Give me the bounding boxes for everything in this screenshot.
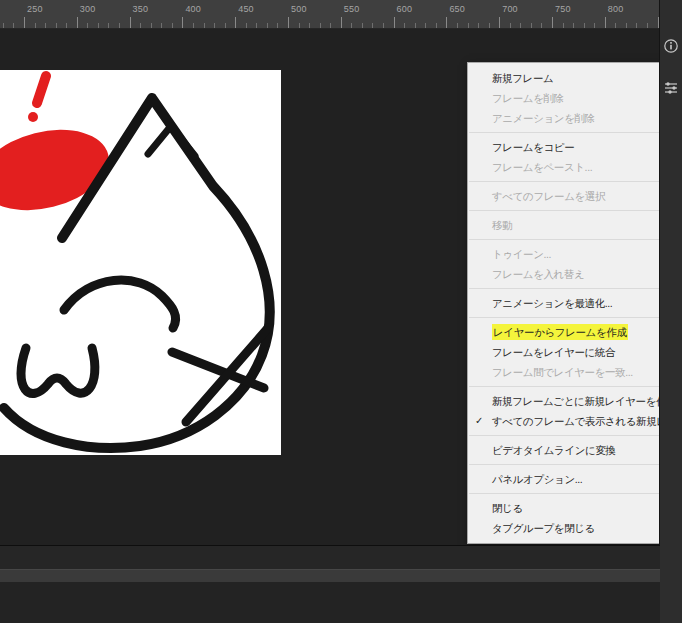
ruler-tick-minor	[383, 23, 384, 28]
ruler-tick-minor	[161, 23, 162, 28]
menu-item: トゥイーン...	[468, 244, 662, 264]
ruler-tick-minor	[299, 23, 300, 28]
ruler-tick-major	[182, 17, 183, 28]
ruler-tick-minor	[351, 23, 352, 28]
ruler-tick-minor	[478, 23, 479, 28]
menu-separator	[469, 181, 661, 182]
menu-item[interactable]: フレームをレイヤーに統合	[468, 342, 662, 362]
ruler-tick-minor	[193, 23, 194, 28]
menu-item[interactable]: 新規フレーム	[468, 68, 662, 88]
timeline-context-menu: 新規フレームフレームを削除アニメーションを削除フレームをコピーフレームをペースト…	[467, 62, 663, 544]
ruler-tick-minor	[594, 23, 595, 28]
menu-separator	[469, 317, 661, 318]
ruler-tick-minor	[563, 23, 564, 28]
menu-item-label: フレーム間でレイヤーを一致...	[492, 366, 633, 378]
document-canvas[interactable]	[0, 70, 281, 455]
photoshop-workspace: 2503003504004505005506006507007508008 新規…	[0, 0, 682, 623]
menu-item: フレームを削除	[468, 88, 662, 108]
menu-separator	[469, 464, 661, 465]
ruler-tick-minor	[510, 23, 511, 28]
menu-item[interactable]: レイヤーからフレームを作成	[468, 322, 662, 342]
ruler-tick-minor	[362, 23, 363, 28]
timeline-scrollbar[interactable]	[0, 569, 660, 583]
ruler-label: 600	[397, 4, 413, 14]
ruler-tick-minor	[636, 23, 637, 28]
ruler-tick-minor	[372, 23, 373, 28]
menu-item[interactable]: タブグループを閉じる	[468, 518, 662, 538]
ruler-tick-minor	[531, 23, 532, 28]
ruler-tick-major	[341, 17, 342, 28]
menu-item[interactable]: フレームをコピー	[468, 137, 662, 157]
menu-item: フレームを入れ替え	[468, 264, 662, 284]
ruler-tick-minor	[56, 23, 57, 28]
ruler-tick-minor	[584, 23, 585, 28]
ruler-tick-major	[394, 17, 395, 28]
ruler-tick-minor	[541, 23, 542, 28]
menu-item: 移動	[468, 215, 662, 235]
menu-item-label: アニメーションを最適化...	[492, 297, 612, 309]
ruler-label: 550	[344, 4, 360, 14]
menu-separator	[469, 132, 661, 133]
menu-item-label: レイヤーからフレームを作成	[492, 324, 628, 340]
ruler-tick-minor	[13, 23, 14, 28]
menu-item-label: ビデオタイムラインに変換	[492, 444, 616, 456]
ruler-label: 650	[449, 4, 465, 14]
ruler-tick-minor	[246, 23, 247, 28]
timeline-panel	[0, 545, 660, 623]
menu-item[interactable]: ✓すべてのフレームで表示される新規レイヤー	[468, 411, 662, 431]
ruler-tick-minor	[277, 23, 278, 28]
ruler-tick-minor	[415, 23, 416, 28]
ruler-tick-minor	[45, 23, 46, 28]
menu-item-label: フレームを入れ替え	[492, 268, 584, 280]
ruler-tick-minor	[615, 23, 616, 28]
ruler-tick-major	[130, 17, 131, 28]
ruler-tick-minor	[98, 23, 99, 28]
menu-item[interactable]: 閉じる	[468, 498, 662, 518]
checkmark-icon: ✓	[475, 411, 483, 431]
menu-item[interactable]: アニメーションを最適化...	[468, 293, 662, 313]
ruler-tick-minor	[256, 23, 257, 28]
ruler-label: 750	[555, 4, 571, 14]
menu-item-label: パネルオプション...	[492, 473, 582, 485]
ruler-tick-minor	[35, 23, 36, 28]
red-exclamation	[37, 76, 46, 103]
ruler-label: 350	[133, 4, 149, 14]
menu-item-label: 新規フレームごとに新規レイヤーを作成	[492, 395, 662, 407]
menu-item: フレームをペースト...	[468, 157, 662, 177]
ruler-tick-minor	[520, 23, 521, 28]
ruler-tick-minor	[436, 23, 437, 28]
menu-item-label: アニメーションを削除	[492, 112, 595, 124]
ruler-tick-minor	[151, 23, 152, 28]
ruler-tick-minor	[457, 23, 458, 28]
ruler-label: 800	[608, 4, 624, 14]
ruler-tick-minor	[267, 23, 268, 28]
menu-item-label: フレームをレイヤーに統合	[492, 346, 615, 358]
ruler-tick-major	[24, 17, 25, 28]
ruler-tick-minor	[573, 23, 574, 28]
menu-item-label: フレームをペースト...	[492, 161, 592, 173]
ruler-label: 300	[80, 4, 96, 14]
timeline-panel-body	[0, 582, 660, 623]
ruler-tick-minor	[647, 23, 648, 28]
horizontal-ruler[interactable]: 2503003504004505005506006507007508008	[0, 0, 660, 29]
ruler-tick-minor	[119, 23, 120, 28]
ruler-tick-major	[605, 17, 606, 28]
info-icon[interactable]	[663, 38, 679, 54]
ruler-tick-minor	[225, 23, 226, 28]
menu-item[interactable]: 新規フレームごとに新規レイヤーを作成	[468, 391, 662, 411]
red-blob	[0, 117, 117, 223]
ruler-tick-major	[288, 17, 289, 28]
menu-separator	[469, 210, 661, 211]
sliders-icon[interactable]	[663, 80, 679, 96]
ruler-tick-minor	[309, 23, 310, 28]
menu-separator	[469, 435, 661, 436]
cat-drawing	[0, 70, 281, 455]
ruler-label: 250	[27, 4, 43, 14]
ruler-tick-minor	[66, 23, 67, 28]
ruler-tick-minor	[330, 23, 331, 28]
menu-item[interactable]: ビデオタイムラインに変換	[468, 440, 662, 460]
ruler-label: 700	[502, 4, 518, 14]
menu-item-label: 新規フレーム	[492, 72, 553, 84]
menu-separator	[469, 288, 661, 289]
menu-item[interactable]: パネルオプション...	[468, 469, 662, 489]
